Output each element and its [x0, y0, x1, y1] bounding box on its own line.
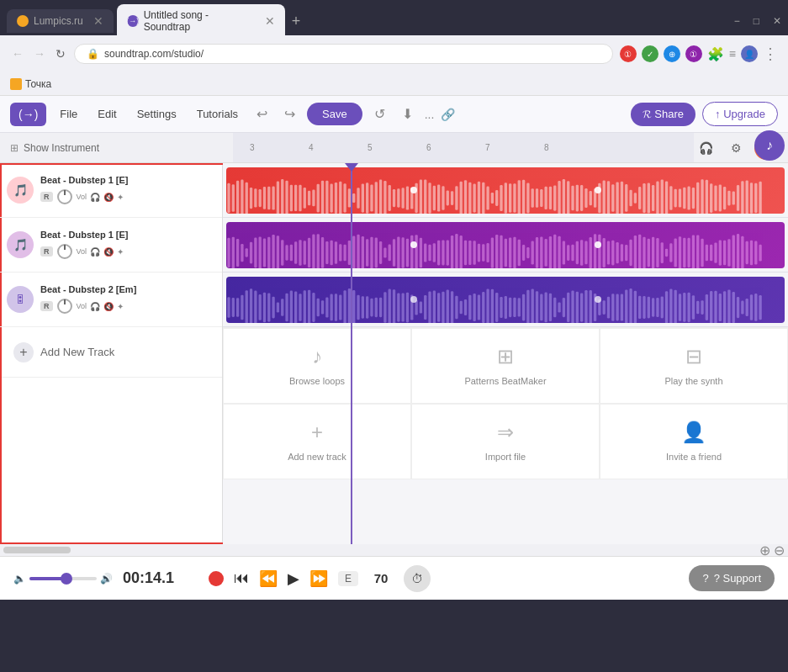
rewind-button[interactable]: ⏪ [259, 569, 278, 588]
svg-rect-348 [683, 293, 685, 322]
ext-icon-1[interactable]: ① [620, 45, 637, 62]
track-icon-1[interactable]: 🎵 [7, 177, 34, 204]
undo-button[interactable]: ↩ [251, 103, 272, 125]
menu-tutorials[interactable]: Tutorials [190, 104, 245, 124]
track-r-btn-1[interactable]: R [40, 192, 53, 202]
track-headphone-3[interactable]: 🎧 [90, 302, 100, 311]
svg-rect-86 [584, 188, 587, 207]
track-headphone-1[interactable]: 🎧 [90, 193, 100, 202]
add-new-track-area[interactable]: + Add New Track [0, 327, 222, 378]
ext-list-icon[interactable]: ≡ [729, 47, 736, 61]
skip-back-button[interactable]: ⏮ [234, 569, 249, 587]
svg-rect-60 [468, 182, 471, 213]
track-vol-knob-1[interactable] [56, 188, 73, 205]
track-more-3[interactable]: ✦ [117, 302, 124, 311]
settings-cog-button[interactable]: ⚙ [724, 136, 748, 160]
track-r-btn-3[interactable]: R [40, 301, 53, 311]
bookmark-tochka[interactable]: Точка [10, 78, 51, 90]
add-track-button[interactable]: + Add New Track [13, 342, 114, 362]
tracks-area: 🎵 Beat - Dubstep 1 [E] R Vol 🎧 🔇 ✦ [0, 163, 788, 544]
play-synth-cell[interactable]: ⊟ Play the synth [600, 328, 788, 404]
waveform-row-1[interactable] [223, 163, 788, 218]
tab-lumpics[interactable]: Lumpics.ru ✕ [7, 9, 114, 33]
waveform-row-3[interactable] [223, 273, 788, 327]
track-r-btn-2[interactable]: R [40, 246, 53, 257]
slider-thumb[interactable] [61, 573, 72, 585]
restore-button[interactable]: □ [754, 15, 759, 27]
tab-soundtrap-close[interactable]: ✕ [265, 14, 275, 28]
minimize-button[interactable]: − [734, 15, 740, 27]
browse-loops-cell[interactable]: ♪ Browse loops [223, 328, 411, 404]
track-vol-knob-2[interactable] [56, 243, 73, 260]
waveform-row-2[interactable] [223, 218, 788, 273]
menu-settings[interactable]: Settings [130, 104, 183, 124]
waveform-block-1[interactable] [226, 167, 785, 214]
menu-file[interactable]: File [53, 104, 84, 124]
slider-track[interactable] [29, 577, 97, 580]
add-new-track-cell[interactable]: + Add new track [223, 404, 411, 479]
show-instrument-label[interactable]: Show Instrument [24, 142, 99, 154]
music-note-button[interactable]: ♪ [754, 130, 785, 161]
svg-rect-207 [590, 236, 592, 267]
waveform-block-3[interactable] [226, 277, 785, 323]
support-button[interactable]: ? ? Support [689, 565, 775, 591]
menu-edit[interactable]: Edit [91, 104, 123, 124]
download-button[interactable]: ⬇ [397, 103, 418, 125]
forward-button[interactable]: → [32, 45, 47, 62]
svg-rect-202 [567, 245, 569, 261]
svg-rect-41 [383, 180, 386, 213]
back-button[interactable]: ← [10, 45, 25, 62]
record-button[interactable] [209, 571, 224, 586]
svg-rect-227 [679, 236, 681, 268]
url-box[interactable]: 🔒 soundtrap.com/studio/ [74, 44, 613, 64]
svg-rect-285 [401, 293, 404, 321]
metronome-button[interactable]: ⏱ [404, 565, 431, 592]
scrollbar-thumb[interactable] [3, 547, 71, 553]
svg-rect-217 [634, 235, 637, 267]
svg-rect-239 [732, 235, 735, 268]
ext-puzzle-icon[interactable]: 🧩 [707, 46, 724, 62]
svg-rect-197 [544, 239, 547, 267]
headphone-button[interactable]: 🎧 [694, 136, 717, 160]
track-mute-2[interactable]: 🔇 [103, 247, 114, 257]
play-button[interactable]: ▶ [288, 569, 299, 588]
svg-rect-42 [389, 184, 391, 210]
new-tab-button[interactable]: + [292, 13, 301, 30]
chrome-menu-icon[interactable]: ⋮ [763, 45, 778, 63]
patterns-beatmaker-cell[interactable]: ⊞ Patterns BeatMaker [411, 328, 600, 404]
share-button[interactable]: 𝓡 Share [631, 103, 695, 126]
svg-rect-26 [317, 183, 320, 212]
track-mute-1[interactable]: 🔇 [103, 193, 114, 202]
ext-icon-2[interactable]: ✓ [642, 45, 658, 62]
fast-forward-button[interactable]: ⏩ [309, 569, 328, 588]
more-button[interactable]: ... [425, 108, 435, 121]
track-more-1[interactable]: ✦ [117, 193, 124, 202]
svg-rect-92 [611, 184, 614, 212]
close-button[interactable]: ✕ [773, 15, 781, 27]
svg-rect-62 [478, 181, 480, 213]
waveform-block-2[interactable] [226, 222, 785, 268]
svg-rect-338 [638, 295, 641, 318]
tab-soundtrap[interactable]: (→) Untitled song - Soundtrap ✕ [117, 4, 285, 38]
track-headphone-2[interactable]: 🎧 [90, 247, 100, 257]
track-icon-3[interactable]: 🎛 [7, 286, 34, 313]
upgrade-button[interactable]: ↑ Upgrade [702, 102, 778, 126]
profile-icon[interactable]: 👤 [741, 45, 758, 62]
volume-slider[interactable]: 🔈 🔊 [13, 573, 113, 585]
import-file-cell[interactable]: ⇒ Import file [411, 404, 600, 479]
save-button[interactable]: Save [307, 103, 362, 125]
invite-friend-cell[interactable]: 👤 Invite a friend [600, 404, 788, 479]
e-badge[interactable]: E [338, 571, 358, 586]
tab-lumpics-close[interactable]: ✕ [93, 14, 103, 28]
track-vol-knob-3[interactable] [56, 298, 73, 315]
track-icon-2[interactable]: 🎵 [7, 231, 34, 258]
link-icon[interactable]: 🔗 [441, 108, 455, 121]
track-mute-3[interactable]: 🔇 [103, 302, 114, 311]
refresh-button[interactable]: ↻ [54, 45, 67, 62]
logo-button[interactable]: (→) [10, 103, 46, 126]
loop-button[interactable]: ↺ [369, 103, 390, 125]
track-more-2[interactable]: ✦ [117, 247, 124, 257]
ext-icon-4[interactable]: ① [685, 45, 702, 62]
redo-button[interactable]: ↪ [279, 103, 300, 125]
ext-icon-3[interactable]: ⊕ [664, 45, 680, 62]
